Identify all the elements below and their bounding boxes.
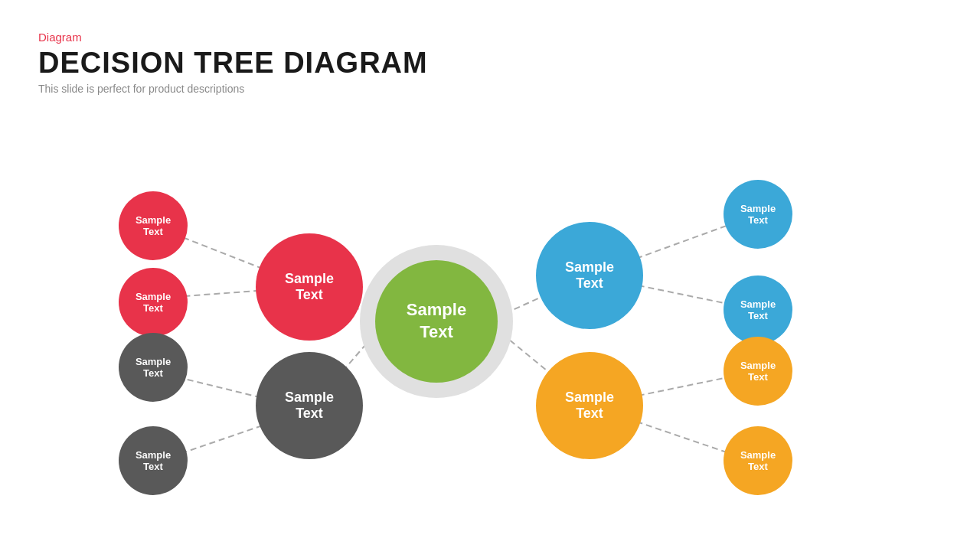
red-bot-text: SampleText bbox=[136, 291, 171, 314]
center-inner: Sample Text bbox=[375, 260, 498, 383]
orange-mid-text: SampleText bbox=[565, 390, 614, 422]
blue-mid-node: SampleText bbox=[536, 222, 643, 329]
center-outer: Sample Text bbox=[360, 245, 513, 398]
header-category: Diagram bbox=[38, 31, 428, 44]
header: Diagram DECISION TREE DIAGRAM This slide… bbox=[38, 31, 428, 95]
blue-top2-node: SampleText bbox=[724, 276, 792, 344]
diagram-area: Sample Text SampleText SampleText Sample… bbox=[0, 107, 980, 536]
page-title: DECISION TREE DIAGRAM bbox=[38, 47, 428, 80]
gray-bot-text: SampleText bbox=[136, 449, 171, 472]
blue-mid-text: SampleText bbox=[565, 259, 614, 292]
blue-top1-text: SampleText bbox=[740, 203, 776, 226]
orange-bot1-node: SampleText bbox=[724, 337, 792, 406]
orange-mid-node: SampleText bbox=[536, 352, 643, 459]
red-top-text: SampleText bbox=[136, 214, 171, 237]
blue-top2-text: SampleText bbox=[740, 298, 776, 321]
gray-top-node: SampleText bbox=[119, 333, 188, 402]
gray-mid-text: SampleText bbox=[285, 390, 334, 422]
gray-mid-node: SampleText bbox=[256, 352, 363, 459]
orange-bot2-text: SampleText bbox=[740, 449, 776, 472]
header-subtitle: This slide is perfect for product descri… bbox=[38, 83, 428, 95]
orange-bot2-node: SampleText bbox=[724, 426, 792, 495]
red-bot-node: SampleText bbox=[119, 268, 188, 337]
red-top-node: SampleText bbox=[119, 191, 188, 260]
red-mid-node: SampleText bbox=[256, 233, 363, 341]
gray-top-text: SampleText bbox=[136, 356, 171, 379]
blue-top1-node: SampleText bbox=[724, 180, 792, 249]
gray-bot-node: SampleText bbox=[119, 426, 188, 495]
red-mid-text: SampleText bbox=[285, 271, 334, 303]
orange-bot1-text: SampleText bbox=[740, 360, 776, 383]
center-text: Sample Text bbox=[407, 299, 466, 343]
